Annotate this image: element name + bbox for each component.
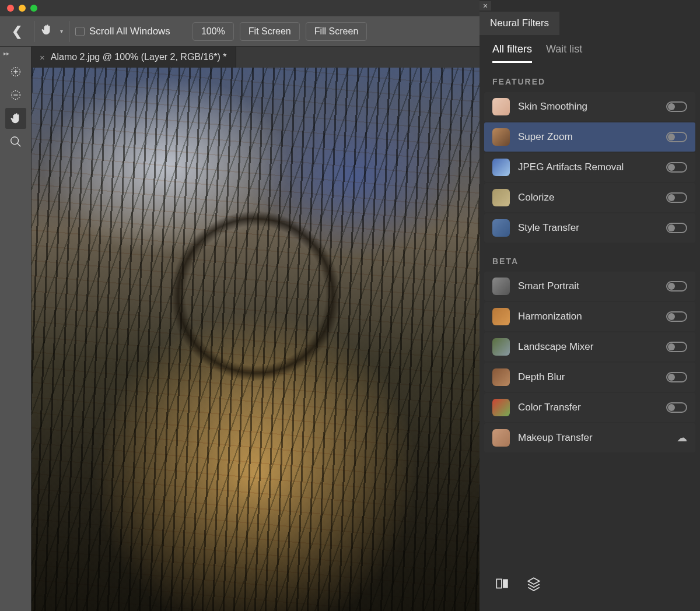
cloud-download-icon[interactable]: ☁︎ bbox=[677, 431, 687, 444]
filter-label: Style Transfer bbox=[518, 222, 658, 234]
window-minimize-button[interactable] bbox=[19, 5, 26, 12]
filter-skin-smoothing[interactable]: Skin Smoothing bbox=[484, 92, 695, 121]
filter-thumbnail bbox=[492, 128, 510, 146]
filter-toggle[interactable] bbox=[666, 101, 687, 112]
filter-label: Skin Smoothing bbox=[518, 101, 658, 113]
filter-label: Colorize bbox=[518, 192, 658, 203]
svg-point-2 bbox=[10, 137, 18, 145]
checkbox-icon bbox=[75, 27, 85, 36]
filter-label: Depth Blur bbox=[518, 371, 658, 383]
filter-label: Makeup Transfer bbox=[518, 432, 668, 444]
fit-screen-button[interactable]: Fit Screen bbox=[240, 22, 300, 41]
svg-rect-3 bbox=[496, 579, 502, 588]
filter-smart-portrait[interactable]: Smart Portrait bbox=[484, 272, 695, 301]
filter-toggle[interactable] bbox=[666, 342, 687, 352]
hand-tool[interactable] bbox=[5, 108, 26, 129]
filter-label: Super Zoom bbox=[518, 131, 658, 143]
filter-toggle[interactable] bbox=[666, 311, 687, 322]
filter-label: Harmonization bbox=[518, 311, 658, 322]
filter-thumbnail bbox=[492, 219, 510, 237]
scroll-all-windows-checkbox[interactable]: Scroll All Windows bbox=[75, 26, 170, 37]
canvas-image bbox=[32, 68, 480, 611]
document-tabs: × Alamo 2.jpg @ 100% (Layer 2, RGB/16*) … bbox=[32, 47, 480, 68]
window-close-button[interactable] bbox=[7, 5, 14, 12]
beta-section-title: BETA bbox=[480, 243, 700, 272]
filter-toggle[interactable] bbox=[666, 162, 687, 173]
filter-style-transfer[interactable]: Style Transfer bbox=[484, 213, 695, 243]
filter-depth-blur[interactable]: Depth Blur bbox=[484, 363, 695, 392]
filter-thumbnail bbox=[492, 159, 510, 176]
filter-color-transfer[interactable]: Color Transfer bbox=[484, 393, 695, 422]
options-bar: ❮ ▾ Scroll All Windows 100% Fit Screen F… bbox=[0, 16, 480, 47]
fill-screen-button[interactable]: Fill Screen bbox=[306, 22, 368, 41]
filter-thumbnail bbox=[492, 98, 510, 115]
compare-icon[interactable] bbox=[495, 576, 510, 594]
filter-thumbnail bbox=[492, 278, 510, 295]
filter-thumbnail bbox=[492, 338, 510, 356]
panel-close-icon[interactable]: × bbox=[480, 1, 491, 10]
close-tab-icon[interactable]: × bbox=[40, 52, 45, 62]
filter-landscape-mixer[interactable]: Landscape Mixer bbox=[484, 332, 695, 361]
divider bbox=[34, 21, 34, 42]
filter-toggle[interactable] bbox=[666, 132, 687, 142]
neural-filters-panel: × Neural Filters All filters Wait list F… bbox=[480, 0, 700, 611]
filter-label: Color Transfer bbox=[518, 402, 658, 413]
back-button[interactable]: ❮ bbox=[6, 22, 28, 41]
document-tab-title: Alamo 2.jpg @ 100% (Layer 2, RGB/16*) * bbox=[51, 52, 227, 62]
filter-super-zoom[interactable]: Super Zoom bbox=[484, 122, 695, 152]
filter-toggle[interactable] bbox=[666, 192, 687, 203]
filter-toggle[interactable] bbox=[666, 402, 687, 413]
window-titlebar bbox=[0, 0, 480, 16]
filter-toggle[interactable] bbox=[666, 372, 687, 382]
expand-tools-icon[interactable]: ▸▸ bbox=[0, 50, 9, 57]
tab-wait-list[interactable]: Wait list bbox=[546, 43, 582, 63]
scroll-all-windows-label: Scroll All Windows bbox=[89, 26, 170, 37]
left-tool-strip: ▸▸ bbox=[0, 47, 32, 611]
zoom-in-tool[interactable] bbox=[5, 61, 26, 82]
filter-jpeg-artifacts-removal[interactable]: JPEG Artifacts Removal bbox=[484, 153, 695, 182]
filter-thumbnail bbox=[492, 308, 510, 325]
hand-tool-icon[interactable] bbox=[40, 23, 53, 39]
filter-toggle[interactable] bbox=[666, 223, 687, 233]
svg-rect-4 bbox=[503, 579, 508, 588]
filter-harmonization[interactable]: Harmonization bbox=[484, 302, 695, 331]
canvas-area[interactable] bbox=[32, 68, 480, 611]
zoom-level-button[interactable]: 100% bbox=[192, 22, 234, 41]
tool-dropdown-icon[interactable]: ▾ bbox=[60, 28, 63, 34]
window-maximize-button[interactable] bbox=[30, 5, 37, 12]
document-tab[interactable]: × Alamo 2.jpg @ 100% (Layer 2, RGB/16*) … bbox=[32, 47, 236, 68]
filter-thumbnail bbox=[492, 368, 510, 386]
zoom-out-tool[interactable] bbox=[5, 85, 26, 106]
filter-colorize[interactable]: Colorize bbox=[484, 183, 695, 212]
filter-thumbnail bbox=[492, 189, 510, 206]
filter-thumbnail bbox=[492, 429, 510, 447]
filter-label: Landscape Mixer bbox=[518, 341, 658, 353]
featured-section-title: FEATURED bbox=[480, 63, 700, 92]
filter-makeup-transfer[interactable]: Makeup Transfer☁︎ bbox=[484, 423, 695, 452]
tab-all-filters[interactable]: All filters bbox=[492, 43, 532, 63]
filter-label: JPEG Artifacts Removal bbox=[518, 161, 658, 173]
filter-thumbnail bbox=[492, 399, 510, 416]
panel-title: Neural Filters bbox=[480, 12, 559, 35]
filter-toggle[interactable] bbox=[666, 281, 687, 292]
filter-label: Smart Portrait bbox=[518, 280, 658, 292]
divider bbox=[69, 21, 69, 42]
layers-icon[interactable] bbox=[526, 576, 541, 594]
zoom-tool[interactable] bbox=[5, 131, 26, 152]
